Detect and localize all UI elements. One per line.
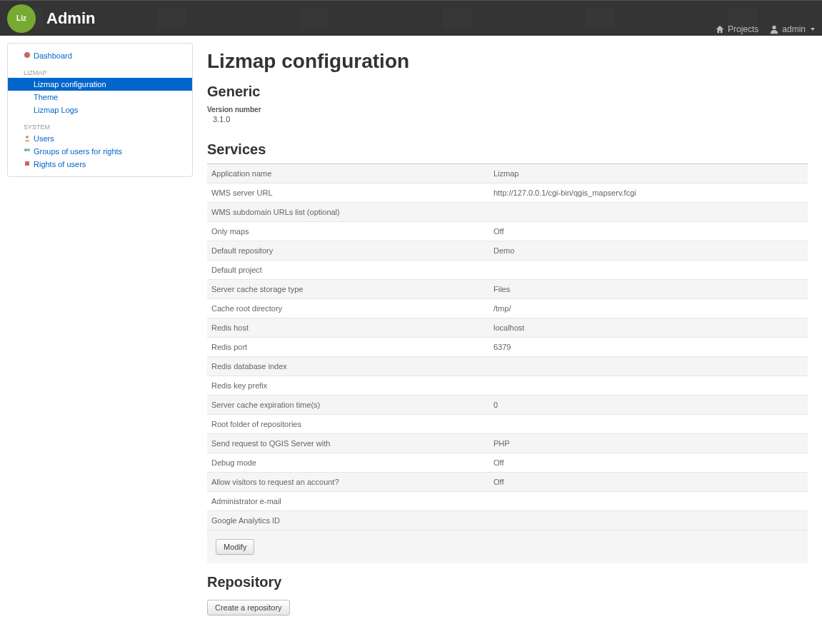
table-cell-value: Off [493, 478, 803, 486]
rights-icon [24, 160, 31, 167]
table-cell-key: Redis database index [211, 362, 493, 371]
sidebar-item-label: Lizmap configuration [34, 80, 106, 89]
table-row: WMS subdomain URLs list (optional) [207, 203, 808, 222]
table-row: Send request to QGIS Server withPHP [207, 434, 808, 453]
table-cell-value: Off [493, 458, 803, 467]
version-value: 3.1.0 [207, 114, 808, 131]
sidebar-item-rights-users[interactable]: Rights of users [8, 158, 192, 171]
groups-icon [24, 147, 31, 154]
table-row: WMS server URLhttp://127.0.0.1/cgi-bin/q… [207, 183, 808, 203]
table-cell-key: Default project [211, 266, 493, 274]
svg-point-3 [24, 149, 27, 151]
table-row: Administrator e-mail [207, 492, 808, 511]
table-cell-value [493, 381, 803, 390]
table-cell-value: Lizmap [493, 169, 803, 178]
table-row: Debug modeOff [207, 453, 808, 473]
sidebar-group-lizmap: LIZMAP [8, 66, 192, 78]
table-row: Root folder of repositories [207, 415, 808, 434]
sidebar: Dashboard LIZMAP Lizmap configuration Th… [7, 43, 193, 177]
repository-heading: Repository [207, 574, 808, 590]
dashboard-icon [24, 51, 31, 59]
table-row: Redis hostlocalhost [207, 318, 808, 338]
home-icon [715, 24, 725, 34]
table-cell-key: Server cache expiration time(s) [211, 401, 493, 409]
table-cell-value [493, 266, 803, 274]
table-cell-value: PHP [493, 439, 803, 448]
table-cell-value: Demo [493, 246, 803, 255]
create-repository-button[interactable]: Create a repository [207, 600, 290, 615]
table-cell-value [493, 208, 803, 216]
table-row: Redis database index [207, 357, 808, 376]
table-cell-value: localhost [493, 323, 803, 332]
table-cell-key: Only maps [211, 227, 493, 236]
brand-logo: Liz [7, 4, 36, 33]
table-row: Default project [207, 261, 808, 280]
table-row: Server cache storage typeFiles [207, 280, 808, 299]
table-row: Redis key prefix [207, 376, 808, 396]
sidebar-item-lizmap-logs[interactable]: Lizmap Logs [8, 104, 192, 116]
chevron-down-icon [811, 28, 815, 31]
table-cell-key: Google Analytics ID [211, 516, 493, 525]
table-cell-value [493, 420, 803, 428]
table-cell-key: Server cache storage type [211, 285, 493, 293]
sidebar-item-label: Theme [34, 93, 58, 101]
table-row: Redis port6379 [207, 338, 808, 357]
table-cell-value: 0 [493, 401, 803, 409]
table-cell-key: Send request to QGIS Server with [211, 439, 493, 448]
sidebar-item-label: Users [34, 134, 54, 143]
generic-heading: Generic [207, 84, 808, 100]
svg-point-2 [26, 136, 29, 139]
sidebar-item-label: Groups of users for rights [34, 147, 122, 156]
table-cell-key: WMS server URL [211, 188, 493, 197]
user-icon [769, 24, 779, 34]
sidebar-item-label: Lizmap Logs [34, 106, 78, 114]
table-cell-key: Allow visitors to request an account? [211, 478, 493, 486]
table-row: Application nameLizmap [207, 164, 808, 183]
table-row: Default repositoryDemo [207, 241, 808, 261]
table-cell-key: Root folder of repositories [211, 420, 493, 428]
table-cell-key: WMS subdomain URLs list (optional) [211, 208, 493, 216]
sidebar-item-dashboard[interactable]: Dashboard [8, 49, 192, 62]
table-cell-key: Cache root directory [211, 304, 493, 313]
table-cell-value [493, 497, 803, 505]
table-row: Cache root directory/tmp/ [207, 299, 808, 318]
page-brand-title: Admin [46, 9, 95, 28]
sidebar-item-label: Rights of users [34, 160, 86, 168]
table-cell-value: Files [493, 285, 803, 293]
table-cell-key: Debug mode [211, 458, 493, 467]
modify-block: Modify [207, 530, 808, 563]
nav-projects-link[interactable]: Projects [715, 24, 758, 34]
services-heading: Services [207, 141, 808, 158]
modify-button[interactable]: Modify [216, 539, 254, 555]
table-cell-value: http://127.0.0.1/cgi-bin/qgis_mapserv.fc… [493, 188, 803, 197]
nav-projects-label: Projects [728, 24, 758, 34]
svg-point-0 [773, 26, 776, 29]
sidebar-item-users[interactable]: Users [8, 132, 192, 145]
table-cell-key: Application name [211, 169, 493, 178]
table-row: Only mapsOff [207, 222, 808, 241]
users-icon [24, 134, 31, 141]
nav-user-label: admin [782, 24, 806, 34]
table-cell-key: Default repository [211, 246, 493, 255]
table-cell-value [493, 516, 803, 525]
table-cell-value [493, 362, 803, 371]
table-cell-value: 6379 [493, 343, 803, 351]
sidebar-item-lizmap-configuration[interactable]: Lizmap configuration [8, 78, 192, 91]
table-cell-value: Off [493, 227, 803, 236]
sidebar-item-groups-rights[interactable]: Groups of users for rights [8, 145, 192, 158]
svg-point-4 [27, 149, 30, 151]
nav-user-dropdown[interactable]: admin [769, 24, 815, 34]
top-navbar: Liz Admin Projects admin [0, 0, 822, 36]
version-label: Version number [207, 106, 808, 114]
svg-point-1 [24, 52, 30, 58]
brand-logo-text1: Liz [16, 15, 26, 22]
sidebar-group-system: SYSTEM [8, 121, 192, 132]
page-title: Lizmap configuration [207, 50, 808, 73]
table-row: Allow visitors to request an account?Off [207, 473, 808, 492]
table-cell-value: /tmp/ [493, 304, 803, 313]
table-row: Server cache expiration time(s)0 [207, 396, 808, 415]
table-cell-key: Redis key prefix [211, 381, 493, 390]
table-cell-key: Administrator e-mail [211, 497, 493, 505]
main-content: Lizmap configuration Generic Version num… [207, 43, 815, 615]
sidebar-item-theme[interactable]: Theme [8, 91, 192, 104]
